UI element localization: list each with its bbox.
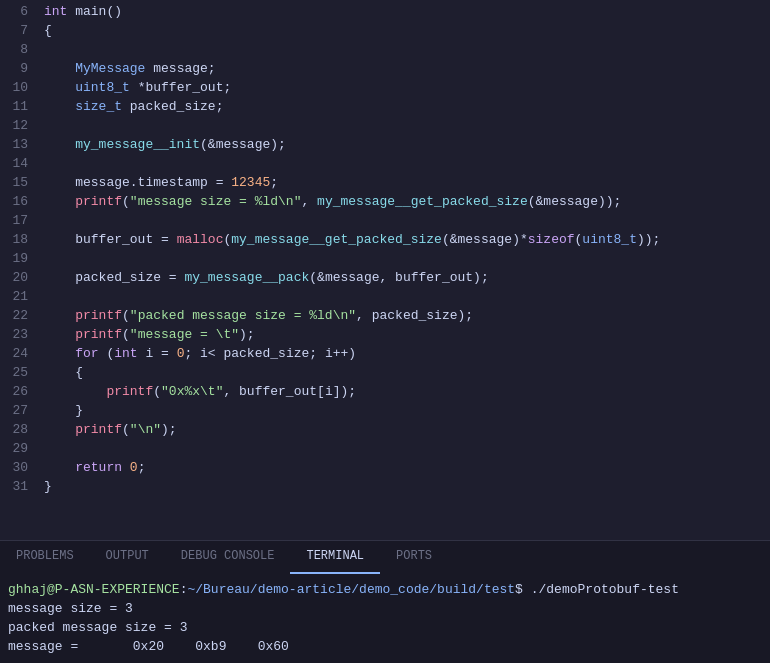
line-number: 25 xyxy=(8,363,28,382)
code-container: 6789101112131415161718192021222324252627… xyxy=(0,0,770,540)
code-line: } xyxy=(40,401,770,420)
code-line xyxy=(40,249,770,268)
line-number: 17 xyxy=(8,211,28,230)
panel-tab-debug-console[interactable]: DEBUG CONSOLE xyxy=(165,540,291,574)
line-number: 30 xyxy=(8,458,28,477)
line-number: 19 xyxy=(8,249,28,268)
panel-tab-output[interactable]: OUTPUT xyxy=(90,540,165,574)
terminal-prompt-line: ghhaj@P-ASN-EXPERIENCE:~/Bureau/demo-art… xyxy=(8,580,762,599)
line-numbers: 6789101112131415161718192021222324252627… xyxy=(0,0,40,540)
terminal-user: ghhaj@P-ASN-EXPERIENCE xyxy=(8,582,180,597)
code-line: printf("message size = %ld\n", my_messag… xyxy=(40,192,770,211)
code-line xyxy=(40,211,770,230)
line-number: 12 xyxy=(8,116,28,135)
code-line: buffer_out = malloc(my_message__get_pack… xyxy=(40,230,770,249)
code-line: printf("packed message size = %ld\n", pa… xyxy=(40,306,770,325)
line-number: 24 xyxy=(8,344,28,363)
code-line: printf("\n"); xyxy=(40,420,770,439)
line-number: 20 xyxy=(8,268,28,287)
line-number: 18 xyxy=(8,230,28,249)
terminal-path: ~/Bureau/demo-article/demo_code/build/te… xyxy=(187,582,515,597)
code-line: for (int i = 0; i< packed_size; i++) xyxy=(40,344,770,363)
line-number: 22 xyxy=(8,306,28,325)
code-line: printf("message = \t"); xyxy=(40,325,770,344)
terminal-dollar: $ xyxy=(515,582,531,597)
line-number: 28 xyxy=(8,420,28,439)
line-number: 16 xyxy=(8,192,28,211)
line-number: 8 xyxy=(8,40,28,59)
terminal-output-line: message size = 3 xyxy=(8,599,762,618)
code-line: return 0; xyxy=(40,458,770,477)
code-line: packed_size = my_message__pack(&message,… xyxy=(40,268,770,287)
code-line: { xyxy=(40,21,770,40)
code-line xyxy=(40,116,770,135)
line-number: 26 xyxy=(8,382,28,401)
code-content[interactable]: int main(){ MyMessage message; uint8_t *… xyxy=(40,0,770,540)
line-number: 11 xyxy=(8,97,28,116)
panel-tabs: PROBLEMSOUTPUTDEBUG CONSOLETERMINALPORTS xyxy=(0,540,770,574)
panel-tab-ports[interactable]: PORTS xyxy=(380,540,448,574)
terminal-output-line: packed message size = 3 xyxy=(8,618,762,637)
code-line: MyMessage message; xyxy=(40,59,770,78)
line-number: 9 xyxy=(8,59,28,78)
line-number: 31 xyxy=(8,477,28,496)
panel-tab-problems[interactable]: PROBLEMS xyxy=(0,540,90,574)
line-number: 13 xyxy=(8,135,28,154)
line-number: 15 xyxy=(8,173,28,192)
line-number: 7 xyxy=(8,21,28,40)
code-line xyxy=(40,287,770,306)
code-line: printf("0x%x\t", buffer_out[i]); xyxy=(40,382,770,401)
code-line xyxy=(40,40,770,59)
panel-tab-terminal[interactable]: TERMINAL xyxy=(290,540,380,574)
code-line xyxy=(40,439,770,458)
terminal-output-line: message = 0x20 0xb9 0x60 xyxy=(8,637,762,656)
line-number: 14 xyxy=(8,154,28,173)
terminal-command: ./demoProtobuf-test xyxy=(531,582,679,597)
code-line: size_t packed_size; xyxy=(40,97,770,116)
line-number: 27 xyxy=(8,401,28,420)
code-line xyxy=(40,154,770,173)
line-number: 23 xyxy=(8,325,28,344)
line-number: 6 xyxy=(8,2,28,21)
code-line: my_message__init(&message); xyxy=(40,135,770,154)
line-number: 10 xyxy=(8,78,28,97)
line-number: 21 xyxy=(8,287,28,306)
code-line: uint8_t *buffer_out; xyxy=(40,78,770,97)
editor-area: 6789101112131415161718192021222324252627… xyxy=(0,0,770,540)
code-line: } xyxy=(40,477,770,496)
code-line: { xyxy=(40,363,770,382)
code-line: int main() xyxy=(40,2,770,21)
terminal-area[interactable]: ghhaj@P-ASN-EXPERIENCE:~/Bureau/demo-art… xyxy=(0,574,770,663)
line-number: 29 xyxy=(8,439,28,458)
code-line: message.timestamp = 12345; xyxy=(40,173,770,192)
